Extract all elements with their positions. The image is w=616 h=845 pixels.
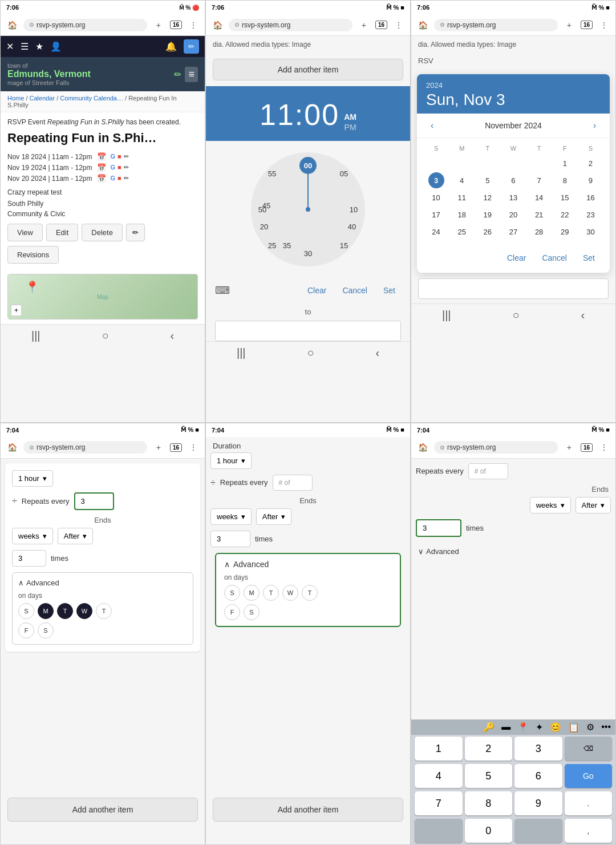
p6-after-select[interactable]: After ▾ (576, 497, 611, 514)
key-4[interactable]: 4 (415, 764, 463, 788)
tool-menu-icon[interactable]: ☰ (21, 41, 29, 52)
day-t1[interactable]: T (57, 603, 73, 619)
cal-day-26[interactable]: 26 (480, 224, 496, 240)
key-dot[interactable]: . (565, 791, 613, 815)
cal-day-2[interactable]: 2 (582, 155, 598, 171)
clock-num-00[interactable]: 00 (299, 157, 317, 174)
key-5[interactable]: 5 (465, 764, 513, 788)
day-s2[interactable]: S (38, 622, 54, 638)
breadcrumb-calendar[interactable]: Calendar (30, 95, 55, 102)
advanced-toggle-4[interactable]: ∧ Advanced (18, 579, 187, 587)
key-8[interactable]: 8 (465, 791, 513, 815)
action-pencil-btn[interactable]: ✏ (126, 224, 145, 241)
view-btn[interactable]: View (7, 224, 43, 241)
p5-day-t1[interactable]: T (263, 585, 279, 601)
cal-day-23[interactable]: 23 (582, 207, 598, 223)
cal-day-20[interactable]: 20 (505, 207, 521, 223)
add-tab-btn-4[interactable]: + (152, 440, 165, 454)
key-1[interactable]: 1 (415, 737, 463, 761)
url-box-3[interactable]: ⚙ rsvp-system.org (434, 19, 558, 31)
p5-after-select[interactable]: After ▾ (256, 508, 291, 525)
p5-times-input[interactable] (210, 531, 250, 547)
cal-day-3[interactable]: 3 (428, 172, 444, 188)
p5-duration-select[interactable]: 1 hour ▾ (210, 452, 252, 469)
nav-menu-icon[interactable]: ||| (31, 329, 40, 342)
tool-bell-icon[interactable]: 🔔 (165, 41, 177, 52)
cal-day-14[interactable]: 14 (531, 189, 547, 205)
key-3[interactable]: 3 (514, 737, 562, 761)
cal-day-15[interactable]: 15 (557, 189, 573, 205)
p5-day-m[interactable]: M (244, 585, 260, 601)
cancel-btn-2[interactable]: Cancel (337, 282, 373, 298)
p6-times-input[interactable] (416, 519, 461, 537)
day-s1[interactable]: S (18, 603, 34, 619)
day-t2[interactable]: T (96, 603, 112, 619)
key-comma[interactable]: , (565, 819, 613, 843)
kb-tool-sparkle-icon[interactable]: ✦ (536, 722, 543, 733)
repeat-input-4[interactable] (74, 492, 114, 510)
delete-btn[interactable]: Delete (82, 224, 123, 241)
clock-num-35[interactable]: 35 (278, 237, 295, 254)
key-2[interactable]: 2 (465, 737, 513, 761)
cal-day-7[interactable]: 7 (531, 172, 547, 188)
cal-day-12[interactable]: 12 (480, 189, 496, 205)
cal-day-8[interactable]: 8 (557, 172, 573, 188)
url-box-1[interactable]: ⚙ rsvp-system.org (23, 19, 147, 31)
kb-tool-card-icon[interactable]: ▬ (501, 722, 510, 733)
tool-x-icon[interactable]: ✕ (6, 41, 14, 52)
p5-day-f[interactable]: F (224, 604, 240, 620)
clock-num-55[interactable]: 55 (264, 165, 281, 182)
cal-day-13[interactable]: 13 (505, 189, 521, 205)
add-tab-btn-6[interactable]: + (562, 440, 576, 454)
nav-back-icon-2[interactable]: ‹ (375, 346, 379, 359)
p5-day-t2[interactable]: T (302, 585, 318, 601)
p5-weeks-select[interactable]: weeks ▾ (210, 508, 252, 525)
keyboard-icon[interactable]: ⌨ (215, 284, 230, 297)
add-tab-btn-1[interactable]: + (152, 18, 165, 32)
cal-day-5[interactable]: 5 (480, 172, 496, 188)
after-select[interactable]: After ▾ (58, 528, 93, 544)
weeks-select[interactable]: weeks ▾ (12, 528, 53, 544)
cal-clear-btn[interactable]: Clear (501, 250, 532, 266)
cal-next-btn[interactable]: › (589, 118, 601, 133)
date-1-more-icon[interactable]: ✏ (124, 153, 129, 160)
add-item-btn-2[interactable]: Add another item (213, 59, 403, 80)
cal-day-30[interactable]: 30 (582, 224, 598, 240)
clear-btn-2[interactable]: Clear (302, 282, 332, 298)
p5-day-w[interactable]: W (282, 585, 298, 601)
date-3-more-icon[interactable]: ✏ (124, 175, 129, 182)
p6-repeat-select[interactable]: # of (468, 463, 508, 479)
menu-btn-6[interactable]: ⋮ (597, 440, 611, 454)
cal-day-4[interactable]: 4 (454, 172, 470, 188)
am-option[interactable]: AM (344, 112, 356, 122)
add-item-btn-4[interactable]: Add another item (7, 798, 198, 822)
nav-home-circle-icon[interactable]: ○ (102, 329, 108, 342)
to-field[interactable] (215, 321, 401, 341)
pm-option[interactable]: PM (344, 123, 356, 132)
phone3-input-field[interactable] (418, 278, 609, 299)
p5-day-s1[interactable]: S (224, 585, 240, 601)
cal-prev-btn[interactable]: ‹ (426, 118, 438, 133)
p6-advanced-toggle[interactable]: ∨ Advanced (418, 547, 609, 556)
nav-back-icon-3[interactable]: ‹ (581, 309, 585, 322)
cal-day-21[interactable]: 21 (531, 207, 547, 223)
key-go[interactable]: Go (565, 764, 613, 788)
clock-num-45[interactable]: 45 (258, 197, 275, 214)
home-btn-4[interactable]: 🏠 (5, 440, 19, 454)
date-2-more-icon[interactable]: ✏ (124, 164, 129, 171)
clock-num-10[interactable]: 10 (345, 201, 362, 218)
add-tab-btn-3[interactable]: + (562, 18, 576, 32)
cal-day-28[interactable]: 28 (531, 224, 547, 240)
hero-menu-icon[interactable]: ≡ (185, 67, 198, 82)
cal-set-btn[interactable]: Set (577, 250, 601, 266)
date-2-cal-icon[interactable]: 📅 (97, 163, 106, 172)
clock-num-40[interactable]: 40 (343, 218, 360, 235)
day-m[interactable]: M (38, 603, 54, 619)
key-0[interactable]: 0 (465, 819, 513, 843)
date-2-g-icon[interactable]: G (111, 164, 116, 171)
times-input-4[interactable] (12, 550, 46, 567)
cal-day-18[interactable]: 18 (454, 207, 470, 223)
cal-day-19[interactable]: 19 (480, 207, 496, 223)
set-btn-2[interactable]: Set (378, 282, 401, 298)
clock-num-20[interactable]: 20 (256, 218, 273, 235)
